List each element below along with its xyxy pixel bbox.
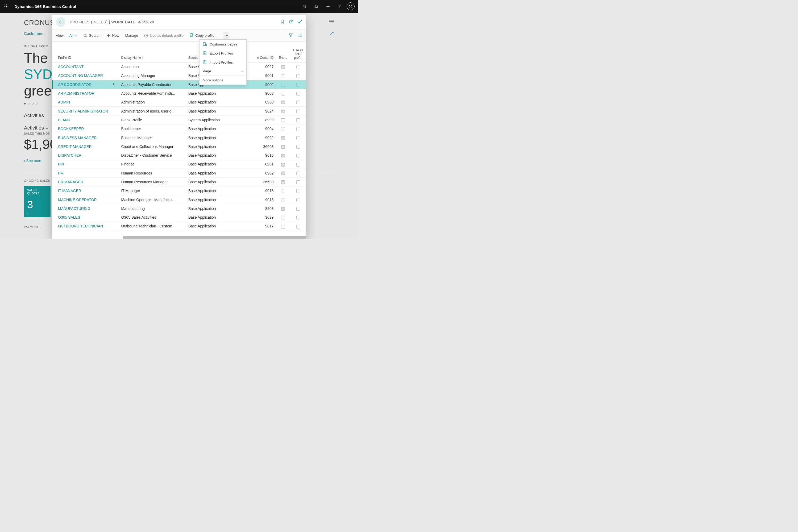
- profile-id-link[interactable]: MANUFACTURING: [58, 206, 91, 211]
- default-checkbox[interactable]: [296, 154, 300, 157]
- table-row[interactable]: O365 SALES⋮O365 Sales ActivitiesBase App…: [52, 213, 306, 222]
- profile-id-link[interactable]: BUSINESS MANAGER: [58, 136, 97, 140]
- default-checkbox[interactable]: [296, 65, 300, 69]
- enabled-checkbox[interactable]: [281, 136, 285, 140]
- view-dropdown[interactable]: All: [70, 34, 77, 38]
- default-checkbox[interactable]: [296, 118, 300, 122]
- enabled-checkbox[interactable]: [281, 172, 285, 175]
- table-row[interactable]: BOOKKEEPER⋮BookkeeperBase Application900…: [52, 125, 306, 133]
- default-checkbox[interactable]: [296, 83, 300, 87]
- enabled-checkbox[interactable]: [281, 65, 285, 69]
- more-actions-button[interactable]: [224, 32, 229, 40]
- profile-id-link[interactable]: BOOKKEEPER: [58, 127, 84, 131]
- user-avatar[interactable]: BC: [347, 2, 355, 11]
- enabled-checkbox[interactable]: [281, 110, 285, 113]
- enabled-checkbox[interactable]: [281, 127, 285, 131]
- enabled-checkbox[interactable]: [281, 83, 285, 87]
- new-button[interactable]: New: [107, 34, 119, 38]
- notifications-icon[interactable]: [310, 0, 322, 13]
- table-row[interactable]: CREDIT MANAGER⋮Credit and Collections Ma…: [52, 142, 306, 151]
- filter-icon[interactable]: [289, 33, 293, 38]
- profile-id-link[interactable]: ACCOUNTING MANAGER: [58, 73, 103, 78]
- enabled-checkbox[interactable]: [281, 145, 285, 149]
- profile-id-link[interactable]: AP COORDINATOR: [58, 82, 92, 87]
- profile-id-link[interactable]: HR MANAGER: [58, 180, 83, 184]
- use-default-profile-button[interactable]: Use as default profile: [144, 34, 184, 38]
- profile-id-link[interactable]: FIN: [58, 162, 64, 166]
- default-checkbox[interactable]: [296, 92, 300, 95]
- expand-icon[interactable]: [329, 32, 334, 37]
- search-icon[interactable]: [299, 0, 310, 13]
- table-row[interactable]: HR MANAGER⋮Human Resources ManagerBase A…: [52, 177, 306, 186]
- table-row[interactable]: DISPATCHER⋮Dispatcher - Customer Service…: [52, 151, 306, 159]
- table-row[interactable]: BUSINESS MANAGER⋮Business ManagerBase Ap…: [52, 133, 306, 142]
- profile-id-link[interactable]: SECURITY ADMINISTRATOR: [58, 109, 108, 113]
- enabled-checkbox[interactable]: [281, 74, 285, 78]
- profile-id-link[interactable]: IT MANAGER: [58, 189, 81, 193]
- table-row[interactable]: ACCOUNTANT⋮AccountantBase App9027: [52, 62, 306, 71]
- default-checkbox[interactable]: [296, 163, 300, 167]
- profile-id-link[interactable]: BLANK: [58, 118, 70, 122]
- enabled-checkbox[interactable]: [281, 216, 285, 220]
- table-row[interactable]: BLANK⋮Blank ProfileSystem Application899…: [52, 115, 306, 124]
- default-checkbox[interactable]: [296, 198, 300, 202]
- row-menu-icon[interactable]: ⋮: [112, 82, 115, 87]
- default-checkbox[interactable]: [296, 100, 300, 104]
- enabled-checkbox[interactable]: [281, 92, 285, 95]
- table-row[interactable]: ACCOUNTING MANAGER⋮Accounting ManagerBas…: [52, 71, 306, 80]
- profile-id-link[interactable]: DISPATCHER: [58, 153, 81, 157]
- table-row[interactable]: MACHINE OPERATOR⋮Machine Operator - Manu…: [52, 195, 306, 204]
- sales-quotes-tile[interactable]: SALES QUOTES 3 ›: [24, 186, 51, 217]
- back-button[interactable]: [56, 17, 65, 27]
- enabled-checkbox[interactable]: [281, 118, 285, 122]
- default-checkbox[interactable]: [296, 225, 300, 228]
- bookmark-icon[interactable]: [280, 19, 284, 25]
- horizontal-scrollbar[interactable]: [123, 236, 306, 239]
- import-profiles-item[interactable]: Import Profiles: [200, 58, 246, 67]
- table-row[interactable]: SECURITY ADMINISTRATOR⋮Administration of…: [52, 107, 306, 115]
- default-checkbox[interactable]: [296, 136, 300, 140]
- table-row[interactable]: IT MANAGER⋮IT ManagerBase Application901…: [52, 187, 306, 195]
- open-new-window-icon[interactable]: [289, 19, 293, 25]
- default-checkbox[interactable]: [296, 74, 300, 78]
- profile-id-link[interactable]: MACHINE OPERATOR: [58, 198, 97, 202]
- profile-id-link[interactable]: ACCOUNTANT: [58, 65, 83, 69]
- table-row[interactable]: AR ADMINISTRATOR⋮Accounts Receivable Adm…: [52, 89, 306, 98]
- profile-id-link[interactable]: O365 SALES: [58, 215, 80, 220]
- col-display-name[interactable]: Display Name ↑: [119, 41, 186, 62]
- default-checkbox[interactable]: [296, 189, 300, 193]
- app-launcher-icon[interactable]: [0, 0, 13, 13]
- default-checkbox[interactable]: [296, 145, 300, 149]
- sub-nav-customers[interactable]: Customers: [24, 31, 43, 36]
- default-checkbox[interactable]: [296, 127, 300, 131]
- page-menu-icon[interactable]: [329, 20, 334, 24]
- enabled-checkbox[interactable]: [281, 189, 285, 193]
- table-row[interactable]: FIN⋮FinanceBase Application8901: [52, 160, 306, 169]
- help-icon[interactable]: [334, 0, 345, 13]
- col-profile-id[interactable]: Profile ID: [52, 41, 119, 62]
- customize-pages-item[interactable]: Customize pages: [200, 40, 246, 49]
- default-checkbox[interactable]: [296, 207, 300, 211]
- enabled-checkbox[interactable]: [281, 100, 285, 104]
- default-checkbox[interactable]: [296, 216, 300, 220]
- search-button[interactable]: Search: [83, 34, 100, 38]
- copy-profile-button[interactable]: Copy profile...: [189, 33, 217, 38]
- default-checkbox[interactable]: [296, 172, 300, 175]
- default-checkbox[interactable]: [296, 180, 300, 184]
- enabled-checkbox[interactable]: [281, 225, 285, 228]
- default-checkbox[interactable]: [296, 110, 300, 113]
- enabled-checkbox[interactable]: [281, 154, 285, 157]
- table-row[interactable]: MANUFACTURING⋮ManufacturingBase Applicat…: [52, 204, 306, 213]
- col-use-default[interactable]: Use as def... prof...: [290, 41, 306, 62]
- enabled-checkbox[interactable]: [281, 207, 285, 211]
- profile-id-link[interactable]: HR: [58, 171, 63, 175]
- profile-id-link[interactable]: ADMIN: [58, 100, 70, 104]
- enabled-checkbox[interactable]: [281, 198, 285, 202]
- col-role-center-id[interactable]: e Center ID: [247, 41, 276, 62]
- table-row[interactable]: ADMIN⋮AdministrationBase Application8900: [52, 98, 306, 107]
- table-row[interactable]: HR⋮Human ResourcesBase Application8902: [52, 169, 306, 177]
- table-row[interactable]: AP COORDINATOR⋮Accounts Payable Coordina…: [52, 80, 306, 89]
- profile-id-link[interactable]: CREDIT MANAGER: [58, 145, 92, 149]
- profile-id-link[interactable]: OUTBOUND TECHNICIAN: [58, 224, 103, 228]
- list-view-icon[interactable]: [298, 33, 302, 38]
